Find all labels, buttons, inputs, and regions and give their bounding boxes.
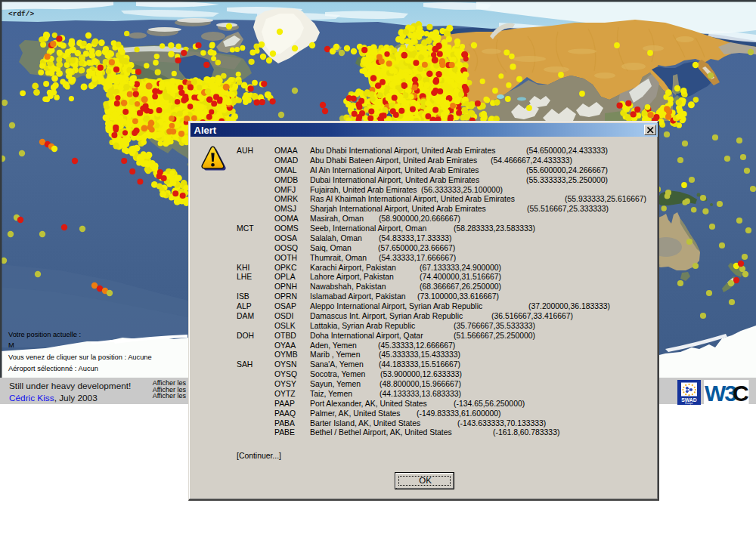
svg-text:C: C [733,381,749,406]
svg-text:W3: W3 [705,381,736,406]
svg-text:Europe: Europe [685,402,693,405]
